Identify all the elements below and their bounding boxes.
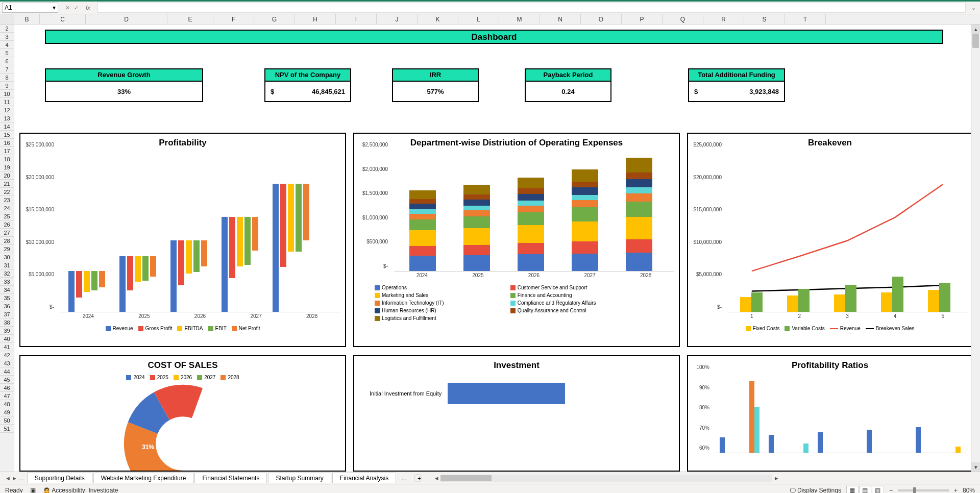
col-header-G[interactable]: G bbox=[254, 14, 295, 24]
zoom-in-button[interactable]: + bbox=[954, 487, 958, 494]
display-settings-button[interactable]: 🖵 Display Settings bbox=[790, 487, 841, 494]
chart-breakeven[interactable]: Breakeven $-$5,000,000$10,000,000$15,000… bbox=[687, 133, 971, 347]
row-header-32[interactable]: 32 bbox=[0, 269, 14, 278]
tab-nav-prev-icon[interactable]: ◄ bbox=[5, 475, 11, 481]
col-header-B[interactable]: B bbox=[14, 14, 40, 24]
row-header-26[interactable]: 26 bbox=[0, 220, 14, 229]
row-header-13[interactable]: 13 bbox=[0, 114, 14, 122]
row-header-4[interactable]: 4 bbox=[0, 41, 14, 49]
row-header-19[interactable]: 19 bbox=[0, 163, 14, 171]
view-page-layout-button[interactable]: ▤ bbox=[859, 486, 871, 494]
row-header-9[interactable]: 9 bbox=[0, 82, 14, 90]
hscroll-left-icon[interactable]: ◄ bbox=[432, 475, 440, 481]
row-header-29[interactable]: 29 bbox=[0, 245, 14, 253]
col-header-D[interactable]: D bbox=[86, 14, 167, 24]
expand-formula-bar-icon[interactable]: ⌄ bbox=[969, 5, 978, 11]
row-header-20[interactable]: 20 bbox=[0, 171, 14, 180]
col-header-J[interactable]: J bbox=[377, 14, 418, 24]
tab-nav-more-icon[interactable]: … bbox=[18, 475, 24, 481]
row-header-2[interactable]: 2 bbox=[0, 24, 14, 33]
col-header-C[interactable]: C bbox=[40, 14, 86, 24]
worksheet-content[interactable]: Dashboard Revenue Growth33%NPV of the Co… bbox=[14, 24, 971, 472]
tabs-overflow[interactable]: … bbox=[397, 475, 411, 481]
sheet-tab[interactable]: Startup Summary bbox=[268, 473, 331, 483]
row-header-16[interactable]: 16 bbox=[0, 139, 14, 147]
col-header-L[interactable]: L bbox=[458, 14, 499, 24]
select-all-corner[interactable] bbox=[0, 14, 14, 24]
row-header-11[interactable]: 11 bbox=[0, 98, 14, 106]
row-header-7[interactable]: 7 bbox=[0, 65, 14, 73]
hscroll-right-icon[interactable]: ► bbox=[772, 475, 780, 481]
sheet-tab[interactable]: Financial Analysis bbox=[332, 473, 396, 483]
col-header-H[interactable]: H bbox=[295, 14, 336, 24]
row-header-18[interactable]: 18 bbox=[0, 155, 14, 163]
row-header-17[interactable]: 17 bbox=[0, 147, 14, 155]
row-header-44[interactable]: 44 bbox=[0, 367, 14, 376]
row-header-10[interactable]: 10 bbox=[0, 90, 14, 98]
col-header-K[interactable]: K bbox=[418, 14, 458, 24]
row-header-31[interactable]: 31 bbox=[0, 261, 14, 269]
name-box-dropdown-icon[interactable]: ▾ bbox=[53, 4, 56, 11]
row-header-48[interactable]: 48 bbox=[0, 400, 14, 408]
row-header-41[interactable]: 41 bbox=[0, 343, 14, 351]
view-normal-button[interactable]: ▦ bbox=[846, 486, 859, 494]
cancel-formula-icon[interactable]: ✕ bbox=[65, 5, 70, 11]
row-header-23[interactable]: 23 bbox=[0, 196, 14, 204]
col-header-F[interactable]: F bbox=[213, 14, 254, 24]
zoom-level[interactable]: 80% bbox=[963, 487, 975, 494]
scroll-up-icon[interactable]: ▴ bbox=[971, 24, 980, 34]
row-header-28[interactable]: 28 bbox=[0, 237, 14, 245]
row-header-42[interactable]: 42 bbox=[0, 351, 14, 359]
col-header-O[interactable]: O bbox=[581, 14, 622, 24]
add-sheet-button[interactable]: + bbox=[414, 474, 422, 482]
sheet-tab[interactable]: Financial Statements bbox=[194, 473, 267, 483]
col-header-M[interactable]: M bbox=[499, 14, 540, 24]
sheet-tab[interactable]: Website Marketing Expenditure bbox=[93, 473, 194, 483]
macro-record-icon[interactable]: ▣ bbox=[30, 487, 36, 494]
view-page-break-button[interactable]: ▥ bbox=[872, 486, 884, 494]
zoom-slider[interactable] bbox=[898, 489, 949, 491]
scroll-thumb[interactable] bbox=[972, 34, 979, 48]
row-header-47[interactable]: 47 bbox=[0, 392, 14, 400]
row-header-24[interactable]: 24 bbox=[0, 204, 14, 212]
row-header-14[interactable]: 14 bbox=[0, 122, 14, 131]
row-header-36[interactable]: 36 bbox=[0, 302, 14, 310]
col-header-I[interactable]: I bbox=[336, 14, 377, 24]
row-header-43[interactable]: 43 bbox=[0, 359, 14, 367]
row-header-30[interactable]: 30 bbox=[0, 253, 14, 261]
chart-investment[interactable]: Investment Initial Investment from Equit… bbox=[353, 355, 680, 472]
formula-input[interactable] bbox=[97, 3, 966, 13]
vertical-scrollbar[interactable]: ▴ ▾ bbox=[971, 24, 980, 472]
accessibility-status[interactable]: 🙍 Accessibility: Investigate bbox=[43, 487, 118, 494]
confirm-formula-icon[interactable]: ✓ bbox=[74, 5, 79, 11]
row-header-37[interactable]: 37 bbox=[0, 310, 14, 318]
row-header-8[interactable]: 8 bbox=[0, 73, 14, 82]
row-header-33[interactable]: 33 bbox=[0, 278, 14, 286]
row-header-15[interactable]: 15 bbox=[0, 131, 14, 139]
col-header-R[interactable]: R bbox=[703, 14, 744, 24]
sheet-tab[interactable]: Supporting Details bbox=[27, 473, 92, 483]
chart-profitability-ratios[interactable]: Profitability Ratios 60%70%80%90%100% Pl… bbox=[687, 355, 971, 472]
chart-profitability[interactable]: Profitability $-$5,000,000$10,000,000$15… bbox=[19, 133, 346, 347]
horizontal-scrollbar[interactable]: ◄ ► bbox=[432, 475, 978, 482]
zoom-out-button[interactable]: − bbox=[889, 487, 893, 494]
row-header-49[interactable]: 49 bbox=[0, 408, 14, 416]
row-header-12[interactable]: 12 bbox=[0, 106, 14, 114]
row-header-21[interactable]: 21 bbox=[0, 180, 14, 188]
row-header-6[interactable]: 6 bbox=[0, 57, 14, 65]
scroll-down-icon[interactable]: ▾ bbox=[971, 462, 980, 472]
row-header-39[interactable]: 39 bbox=[0, 327, 14, 335]
fx-icon[interactable]: fx bbox=[83, 5, 90, 11]
chart-cost-of-sales[interactable]: COST OF SALES 20242025202620272028 11% 3… bbox=[19, 355, 346, 472]
row-header-22[interactable]: 22 bbox=[0, 188, 14, 196]
col-header-E[interactable]: E bbox=[167, 14, 213, 24]
col-header-P[interactable]: P bbox=[622, 14, 663, 24]
row-header-51[interactable]: 51 bbox=[0, 425, 14, 433]
row-header-40[interactable]: 40 bbox=[0, 335, 14, 343]
tab-nav-next-icon[interactable]: ► bbox=[12, 475, 17, 481]
col-header-Q[interactable]: Q bbox=[663, 14, 703, 24]
row-header-27[interactable]: 27 bbox=[0, 229, 14, 237]
row-header-3[interactable]: 3 bbox=[0, 33, 14, 41]
row-header-38[interactable]: 38 bbox=[0, 318, 14, 327]
col-header-N[interactable]: N bbox=[540, 14, 581, 24]
